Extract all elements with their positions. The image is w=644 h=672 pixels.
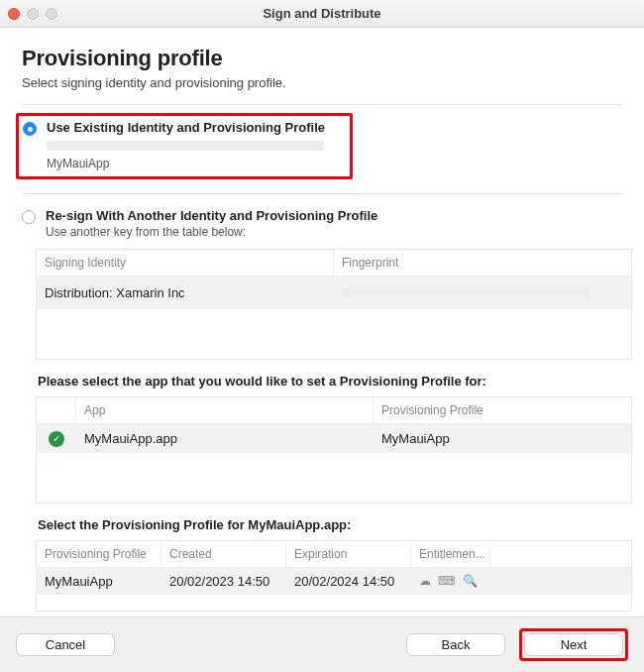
- option-use-existing-title: Use Existing Identity and Provisioning P…: [47, 120, 344, 135]
- option-resign-title: Re-sign With Another Identity and Provis…: [46, 208, 622, 223]
- table-row[interactable]: MyMauiApp 20/02/2023 14:50 20/02/2024 14…: [37, 568, 631, 595]
- table-row[interactable]: Distribution: Xamarin Inc: [37, 277, 631, 309]
- cell-profile: MyMauiApp: [374, 425, 631, 452]
- cell-fingerprint: [334, 277, 631, 309]
- page-subtitle: Select signing identity and provisioning…: [22, 75, 622, 90]
- profile-section-label: Select the Provisioning Profile for MyMa…: [38, 517, 622, 532]
- option-resign[interactable]: Re-sign With Another Identity and Provis…: [22, 208, 622, 239]
- cancel-button[interactable]: Cancel: [16, 633, 115, 656]
- redacted-text: [342, 288, 590, 297]
- th-blank: [490, 541, 631, 567]
- page-title: Provisioning profile: [22, 46, 622, 71]
- option-resign-subtitle: Use another key from the table below:: [46, 225, 622, 239]
- cell-entitlements: ☁ ⌨ 🔍: [411, 568, 490, 594]
- th-profile: Provisioning Profile: [374, 397, 631, 423]
- app-section-label: Please select the app that you would lik…: [38, 374, 622, 389]
- divider: [22, 193, 622, 194]
- option-use-existing[interactable]: Use Existing Identity and Provisioning P…: [23, 120, 344, 170]
- divider: [22, 104, 622, 105]
- cell-signing-identity: Distribution: Xamarin Inc: [37, 280, 334, 306]
- th-fingerprint: Fingerprint: [334, 250, 631, 276]
- th-app: App: [76, 397, 374, 423]
- th-entitlements: Entitlemen...: [411, 541, 490, 567]
- cell-created: 20/02/2023 14:50: [161, 568, 286, 595]
- radio-resign[interactable]: [22, 210, 36, 224]
- th-status: [37, 397, 76, 423]
- table-row[interactable]: ✓ MyMauiApp.app MyMauiApp: [37, 424, 631, 453]
- next-button-highlight: Next: [519, 628, 628, 661]
- provisioning-profile-table: Provisioning Profile Created Expiration …: [36, 540, 632, 612]
- th-provisioning-profile: Provisioning Profile: [37, 541, 161, 567]
- checkmark-icon: ✓: [49, 431, 64, 447]
- th-expiration: Expiration: [286, 541, 411, 567]
- th-created: Created: [161, 541, 286, 567]
- use-existing-highlight: Use Existing Identity and Provisioning P…: [16, 113, 353, 179]
- redacted-text: [47, 141, 324, 151]
- titlebar: Sign and Distribute: [0, 0, 644, 28]
- app-table: App Provisioning Profile ✓ MyMauiApp.app…: [36, 396, 632, 504]
- cell-blank: [490, 575, 631, 587]
- radio-use-existing[interactable]: [23, 122, 37, 136]
- back-button[interactable]: Back: [406, 633, 505, 656]
- footer-bar: Cancel Back Next: [0, 616, 644, 672]
- signing-identity-table: Signing Identity Fingerprint Distributio…: [36, 249, 632, 360]
- existing-profile-name: MyMauiApp: [47, 157, 344, 170]
- th-signing-identity: Signing Identity: [37, 250, 334, 276]
- cell-app: MyMauiApp.app: [76, 425, 374, 452]
- next-button[interactable]: Next: [524, 633, 623, 656]
- window-title: Sign and Distribute: [0, 6, 644, 21]
- cell-provisioning-profile: MyMauiApp: [37, 568, 161, 595]
- cell-status: ✓: [37, 424, 76, 453]
- cell-expiration: 20/02/2024 14:50: [286, 568, 411, 595]
